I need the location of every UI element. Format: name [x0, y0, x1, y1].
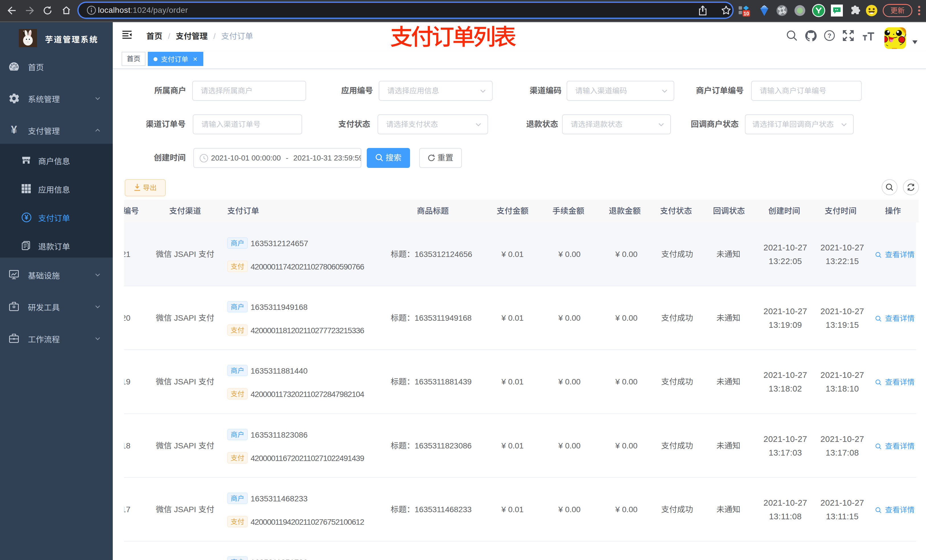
svg-text:¥: ¥: [25, 214, 29, 221]
svg-text:¥: ¥: [11, 125, 17, 134]
svg-text:?: ?: [828, 32, 831, 39]
svg-text:10: 10: [743, 11, 749, 17]
